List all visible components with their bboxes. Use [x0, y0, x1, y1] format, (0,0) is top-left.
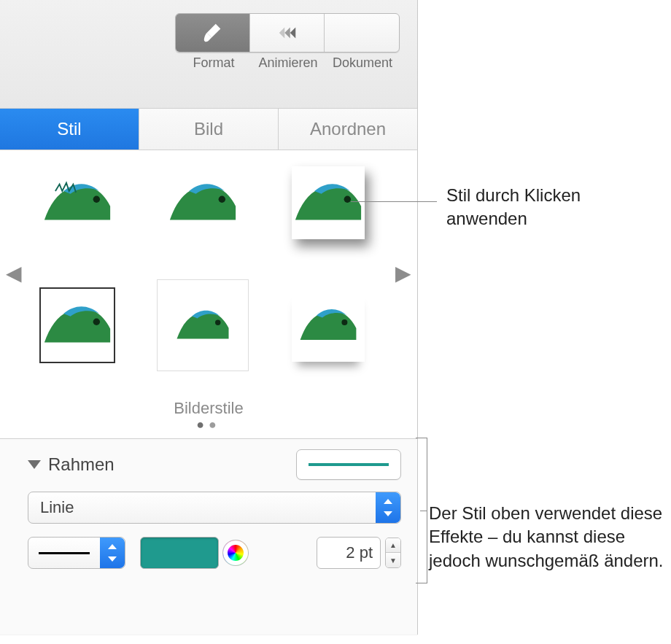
stepper-up[interactable]: ▲ — [386, 538, 400, 553]
image-style-thumb[interactable] — [166, 166, 239, 239]
inspector-mode-segment — [175, 13, 400, 53]
image-styles-area: ◀ ▶ — [0, 150, 417, 438]
document-label: Dokument — [325, 55, 400, 71]
thumbnail-image — [168, 177, 237, 228]
border-width-stepper[interactable]: ▲ ▼ — [385, 538, 401, 568]
style-page-dots[interactable]: ●● — [0, 417, 417, 432]
border-type-dropdown[interactable]: Linie — [28, 492, 401, 524]
border-color-well[interactable] — [140, 537, 219, 569]
thumbnail-image — [43, 177, 112, 228]
svg-point-8 — [215, 320, 220, 325]
border-width-value: 2 pt — [346, 543, 373, 562]
callout-leader-line — [351, 201, 437, 202]
styles-next-arrow[interactable]: ▶ — [392, 258, 414, 287]
chevron-down-icon — [28, 460, 41, 469]
border-preview-swatch[interactable] — [296, 449, 401, 480]
tab-image-label: Bild — [194, 119, 223, 139]
dropdown-arrows-icon — [376, 492, 400, 523]
border-disclosure-toggle[interactable]: Rahmen — [28, 454, 115, 475]
svg-marker-2 — [290, 28, 295, 39]
border-section-title: Rahmen — [48, 454, 115, 475]
svg-rect-3 — [354, 26, 370, 39]
thumbnail-image — [294, 177, 362, 228]
tab-style-label: Stil — [57, 119, 81, 139]
image-style-thumb[interactable] — [292, 166, 365, 239]
color-picker-button[interactable] — [223, 540, 248, 565]
format-label: Format — [177, 55, 251, 71]
image-style-thumb[interactable] — [41, 166, 114, 239]
border-type-value: Linie — [40, 498, 74, 517]
image-style-grid — [41, 166, 381, 378]
styles-prev-arrow[interactable]: ◀ — [3, 258, 25, 287]
thumbnail-image — [299, 303, 357, 347]
line-style-sample — [39, 552, 90, 554]
brush-icon — [202, 22, 224, 44]
document-button[interactable] — [325, 14, 399, 52]
stepper-down[interactable]: ▼ — [386, 553, 400, 567]
toolbar-labels: Format Animieren Dokument — [177, 55, 400, 71]
callout-bracket — [416, 438, 427, 583]
thumbnail-image — [176, 305, 230, 346]
image-style-thumb[interactable] — [41, 289, 114, 362]
image-style-thumb[interactable] — [292, 289, 365, 362]
tab-arrange[interactable]: Anordnen — [279, 109, 417, 150]
inspector-tabs: Stil Bild Anordnen — [0, 108, 417, 150]
toolbar: Format Animieren Dokument — [0, 0, 417, 108]
tab-arrange-label: Anordnen — [310, 119, 386, 139]
document-icon — [351, 22, 373, 44]
animate-button[interactable] — [250, 14, 325, 52]
svg-point-6 — [344, 196, 351, 203]
dropdown-arrows-icon — [100, 538, 125, 568]
svg-point-5 — [219, 196, 225, 203]
image-styles-caption: Bilderstile — [0, 399, 417, 418]
line-style-dropdown[interactable] — [28, 537, 125, 569]
tab-image[interactable]: Bild — [139, 109, 279, 150]
border-section: Rahmen Linie — [0, 439, 417, 635]
animate-icon — [276, 22, 298, 44]
svg-point-4 — [93, 196, 100, 203]
format-button[interactable] — [176, 14, 250, 52]
animate-label: Animieren — [251, 55, 325, 71]
svg-point-9 — [341, 319, 347, 325]
svg-point-7 — [93, 319, 100, 325]
svg-marker-1 — [284, 28, 290, 39]
callout-apply-style: Stil durch Klicken anwenden — [446, 184, 651, 231]
thumbnail-image — [43, 300, 112, 351]
tab-style[interactable]: Stil — [0, 109, 139, 150]
inspector-panel: Format Animieren Dokument Stil Bild Anor… — [0, 0, 418, 635]
border-width-field[interactable]: 2 pt — [317, 537, 381, 569]
svg-marker-0 — [279, 28, 284, 39]
callout-effects: Der Stil oben verwendet diese Effekte – … — [429, 502, 671, 573]
border-preview-line — [309, 463, 389, 466]
image-style-thumb[interactable] — [166, 289, 239, 362]
